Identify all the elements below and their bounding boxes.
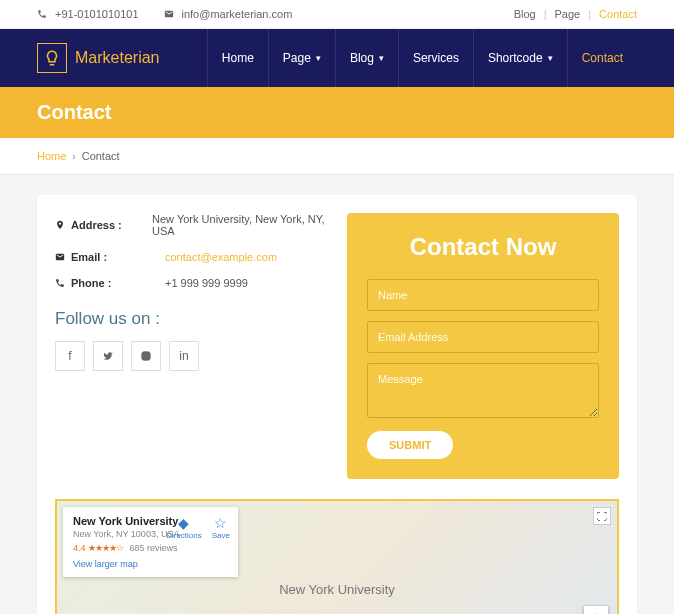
instagram-button[interactable] bbox=[131, 341, 161, 371]
linkedin-icon: in bbox=[179, 349, 188, 363]
map[interactable]: New York University New York, NY 10003, … bbox=[55, 499, 619, 614]
form-title: Contact Now bbox=[367, 233, 599, 261]
message-textarea[interactable] bbox=[367, 363, 599, 418]
save-button[interactable]: ☆ Save bbox=[212, 515, 230, 540]
linkedin-button[interactable]: in bbox=[169, 341, 199, 371]
topbar-email: info@marketerian.com bbox=[164, 8, 293, 20]
topbar-link-blog[interactable]: Blog bbox=[514, 8, 536, 20]
submit-button[interactable]: SUBMIT bbox=[367, 431, 453, 459]
fullscreen-button[interactable]: ⛶ bbox=[593, 507, 611, 525]
chevron-down-icon: ▾ bbox=[379, 53, 384, 63]
nav-blog[interactable]: Blog▾ bbox=[336, 29, 398, 87]
svg-point-1 bbox=[144, 354, 147, 357]
chevron-right-icon: › bbox=[72, 151, 75, 162]
logo-icon bbox=[37, 43, 67, 73]
map-center-label: New York University bbox=[279, 582, 395, 597]
topbar-link-contact[interactable]: Contact bbox=[599, 8, 637, 20]
facebook-button[interactable]: f bbox=[55, 341, 85, 371]
contact-form: Contact Now SUBMIT bbox=[347, 213, 619, 479]
chevron-down-icon: ▾ bbox=[548, 53, 553, 63]
page-title: Contact bbox=[37, 101, 637, 124]
rating-value: 4.4 bbox=[73, 543, 86, 553]
phone-label: Phone : bbox=[71, 277, 111, 289]
topbar-link-page[interactable]: Page bbox=[555, 8, 581, 20]
phone-value: +1 999 999 9999 bbox=[165, 277, 248, 289]
breadcrumb-home[interactable]: Home bbox=[37, 150, 66, 162]
chevron-down-icon: ▾ bbox=[316, 53, 321, 63]
envelope-icon bbox=[55, 252, 65, 262]
fullscreen-icon: ⛶ bbox=[597, 511, 607, 522]
phone-icon bbox=[37, 9, 47, 19]
address-label: Address : bbox=[71, 219, 122, 231]
email-label: Email : bbox=[71, 251, 107, 263]
star-icon: ☆ bbox=[212, 515, 230, 531]
nav-page[interactable]: Page▾ bbox=[269, 29, 335, 87]
nav-services[interactable]: Services bbox=[399, 29, 473, 87]
separator: | bbox=[544, 8, 547, 20]
twitter-icon bbox=[103, 351, 113, 361]
envelope-icon bbox=[164, 9, 174, 19]
separator: | bbox=[588, 8, 591, 20]
brand-logo[interactable]: Marketerian bbox=[37, 33, 159, 83]
phone-icon bbox=[55, 278, 65, 288]
svg-point-2 bbox=[148, 353, 149, 354]
nav-shortcode[interactable]: Shortcode▾ bbox=[474, 29, 567, 87]
email-value[interactable]: contact@example.com bbox=[165, 251, 277, 263]
nav-contact[interactable]: Contact bbox=[568, 29, 637, 87]
email-input[interactable] bbox=[367, 321, 599, 353]
address-value: New York University, New York, NY, USA bbox=[152, 213, 327, 237]
rating-stars: ★★★★☆ bbox=[88, 543, 123, 553]
topbar-phone: +91-0101010101 bbox=[37, 8, 139, 20]
map-info-card: New York University New York, NY 10003, … bbox=[63, 507, 238, 577]
map-pin-icon bbox=[55, 220, 65, 230]
breadcrumb-current: Contact bbox=[82, 150, 120, 162]
zoom-in-button[interactable]: + bbox=[584, 606, 608, 614]
name-input[interactable] bbox=[367, 279, 599, 311]
twitter-button[interactable] bbox=[93, 341, 123, 371]
directions-icon: ◆ bbox=[166, 515, 202, 531]
follow-title: Follow us on : bbox=[55, 309, 327, 329]
rating-reviews: 685 reviews bbox=[130, 543, 178, 553]
nav-home[interactable]: Home bbox=[208, 29, 268, 87]
brand-name: Marketerian bbox=[75, 49, 159, 67]
facebook-icon: f bbox=[68, 349, 71, 363]
instagram-icon bbox=[141, 351, 151, 361]
directions-button[interactable]: ◆ Directions bbox=[166, 515, 202, 540]
view-larger-map-link[interactable]: View larger map bbox=[73, 559, 228, 569]
